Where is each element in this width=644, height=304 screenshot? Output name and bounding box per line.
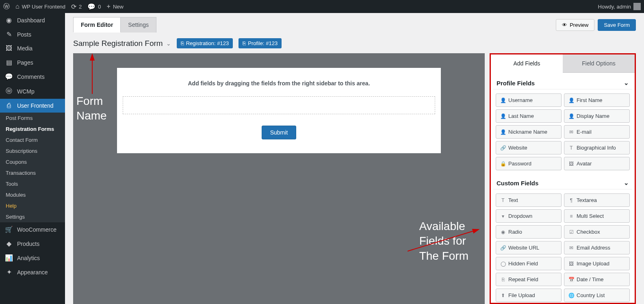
field-icon: 👤 (500, 113, 506, 119)
eye-icon: 👁 (562, 22, 567, 28)
menu-wcmp[interactable]: ⓦWCMp (0, 84, 65, 99)
menu-pages[interactable]: ▤Pages (0, 55, 65, 69)
field-country-list[interactable]: 🌐Country List (564, 289, 630, 302)
field-image-upload[interactable]: 🖼Image Upload (564, 257, 630, 270)
field-icon: 👤 (500, 98, 506, 103)
submenu-tools[interactable]: Tools (0, 178, 65, 189)
updates[interactable]: ⟳2 (71, 3, 82, 11)
copy-icon: ⎘ (181, 40, 184, 46)
site-name[interactable]: ⌂WP User Frontend (15, 3, 65, 10)
admin-bar: ⓦ ⌂WP User Frontend ⟳2 💬0 +New Howdy, ad… (0, 0, 644, 13)
field-panel: Add Fields Field Options Profile Fields⌄… (490, 53, 636, 304)
field-checkbox[interactable]: ☑Checkbox (564, 225, 630, 239)
menu-icon: 🖾 (5, 45, 13, 52)
field-website-url[interactable]: 🔗Website URL (496, 241, 562, 254)
menu-icon: 📊 (5, 254, 13, 262)
field-icon: T (568, 145, 574, 151)
submenu-modules[interactable]: Modules (0, 189, 65, 200)
submit-button[interactable]: Submit (262, 126, 297, 139)
submenu-coupons[interactable]: Coupons (0, 156, 65, 167)
registration-badge[interactable]: ⎘Registration: #123 (177, 38, 233, 48)
field-textarea[interactable]: ¶Textarea (564, 193, 630, 207)
main-content: Form Editor Settings 👁Preview Save Form … (65, 13, 644, 304)
profile-badge[interactable]: ⎘Profile: #123 (239, 38, 282, 48)
tab-form-editor[interactable]: Form Editor (73, 17, 121, 33)
menu-woocommerce[interactable]: 🛒WooCommerce (0, 222, 65, 237)
field-icon: ⎘ (500, 277, 506, 282)
annotation-form-name: Form Name (76, 94, 107, 124)
panel-body[interactable]: Profile Fields⌄👤Username👤First Name👤Last… (491, 73, 635, 303)
tab-settings[interactable]: Settings (120, 17, 156, 33)
field-radio[interactable]: ◉Radio (496, 225, 562, 239)
field-multi-select[interactable]: ≡Multi Select (564, 209, 630, 223)
new-content[interactable]: +New (107, 3, 124, 10)
menu-icon: ✎ (5, 30, 13, 38)
menu-media[interactable]: 🖾Media (0, 41, 65, 55)
field-icon: ☑ (568, 229, 574, 235)
field-icon: ⬆ (500, 293, 506, 298)
field-dropdown[interactable]: ▾Dropdown (496, 209, 562, 223)
submenu-transactions[interactable]: Transactions (0, 167, 65, 178)
field-avatar[interactable]: 🖼Avatar (564, 157, 630, 170)
field-icon: 🖼 (568, 261, 574, 267)
form-title[interactable]: Sample Registration Form ⌄ (73, 39, 171, 48)
submenu-subscriptions[interactable]: Subscriptions (0, 145, 65, 156)
comments[interactable]: 💬0 (87, 3, 101, 11)
menu-icon: ✦ (5, 268, 13, 276)
field-icon: ≡ (568, 213, 574, 219)
field-icon: 🖼 (568, 161, 574, 167)
field-password[interactable]: 🔒Password (496, 157, 562, 170)
field-repeat-field[interactable]: ⎘Repeat Field (496, 273, 562, 286)
field-icon: 📅 (568, 277, 574, 282)
menu-posts[interactable]: ✎Posts (0, 27, 65, 41)
field-e-mail[interactable]: ✉E-mail (564, 125, 630, 139)
field-nickname-name[interactable]: 👤Nickname Name (496, 125, 562, 139)
copy-icon: ⎘ (243, 40, 246, 46)
submenu-help[interactable]: Help (0, 200, 65, 211)
preview-button[interactable]: 👁Preview (556, 19, 594, 31)
field-icon: ¶ (568, 198, 574, 203)
annotation-available-fields: Available Fields for The Form (419, 219, 468, 263)
menu-icon: ⓦ (5, 87, 13, 96)
menu-icon: 🛒 (5, 226, 13, 233)
menu-icon: 💬 (5, 73, 13, 80)
menu-products[interactable]: ◆Products (0, 237, 65, 251)
section-profile[interactable]: Profile Fields⌄ (493, 77, 632, 89)
arrow-icon (87, 53, 100, 98)
menu-analytics[interactable]: 📊Analytics (0, 251, 65, 265)
submenu-contact-form[interactable]: Contact Form (0, 135, 65, 145)
drop-zone[interactable] (123, 96, 435, 114)
field-hidden-field[interactable]: ◯Hidden Field (496, 257, 562, 270)
menu-comments[interactable]: 💬Comments (0, 69, 65, 84)
field-first-name[interactable]: 👤First Name (564, 93, 630, 107)
form-canvas[interactable]: Add fields by dragging the fields from t… (117, 68, 441, 153)
menu-user-frontend[interactable]: ⎙User Frontend (0, 99, 65, 113)
field-email-address[interactable]: ✉Email Address (564, 241, 630, 254)
menu-icon: ▤ (5, 59, 13, 66)
howdy[interactable]: Howdy, admin (598, 3, 641, 10)
section-custom[interactable]: Custom Fields⌄ (493, 177, 632, 189)
save-form-button[interactable]: Save Form (598, 19, 636, 31)
field-biographical-info[interactable]: TBiographical Info (564, 141, 630, 154)
field-display-name[interactable]: 👤Display Name (564, 109, 630, 123)
field-file-upload[interactable]: ⬆File Upload (496, 289, 562, 302)
menu-dashboard[interactable]: ◉Dashboard (0, 13, 65, 27)
field-icon: ✉ (568, 245, 574, 251)
field-last-name[interactable]: 👤Last Name (496, 109, 562, 123)
field-icon: 👤 (568, 113, 574, 119)
panel-tab-field-options[interactable]: Field Options (563, 54, 635, 73)
field-icon: ◉ (500, 229, 506, 235)
field-text[interactable]: TText (496, 193, 562, 207)
submenu-post-forms[interactable]: Post Forms (0, 113, 65, 124)
field-icon: T (500, 198, 506, 203)
form-canvas-area: Add fields by dragging the fields from t… (73, 53, 485, 304)
field-date-time[interactable]: 📅Date / Time (564, 273, 630, 286)
field-website[interactable]: 🔗Website (496, 141, 562, 154)
field-username[interactable]: 👤Username (496, 93, 562, 107)
panel-tab-add-fields[interactable]: Add Fields (491, 54, 563, 73)
field-icon: ✉ (568, 129, 574, 135)
submenu-settings[interactable]: Settings (0, 211, 65, 222)
menu-appearance[interactable]: ✦Appearance (0, 265, 65, 279)
submenu-registration-forms[interactable]: Registration Forms (0, 124, 65, 135)
wp-logo[interactable]: ⓦ (3, 2, 10, 11)
